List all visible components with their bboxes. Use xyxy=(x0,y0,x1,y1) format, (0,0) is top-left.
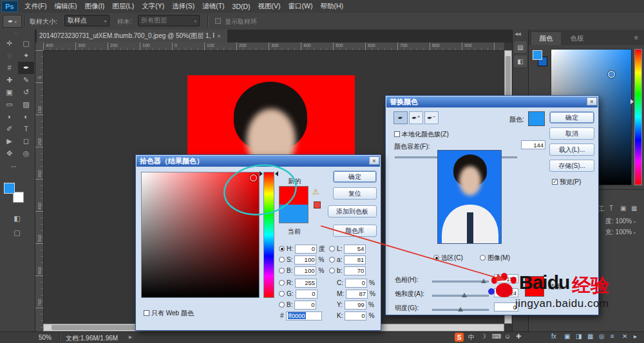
radio[interactable] xyxy=(433,255,439,261)
panel-square-icon[interactable]: ▣ xyxy=(564,333,570,340)
tab-swatches[interactable]: 色板 xyxy=(562,32,592,45)
panel-menu-icon[interactable]: ≡ xyxy=(634,34,638,41)
status-expand-icon[interactable]: ▶ xyxy=(129,335,132,340)
ok-button[interactable]: 确定 xyxy=(333,171,377,183)
dock-adjustments-icon[interactable]: ▤ xyxy=(514,41,527,53)
type-tool[interactable]: T xyxy=(18,123,34,135)
fill-field[interactable]: 充: 100% ▾ xyxy=(593,228,636,237)
panel-mini-icon-3[interactable]: ▣ xyxy=(620,205,626,212)
hue-strip-marker[interactable] xyxy=(630,99,634,104)
dodge-tool[interactable]: ◐ xyxy=(18,111,34,123)
checkbox[interactable] xyxy=(144,310,149,316)
edit-toolbar-icon[interactable]: ••• xyxy=(11,163,16,169)
yellow-field[interactable]: Y: 99 % xyxy=(337,300,374,310)
menu-help[interactable]: 帮助(H) xyxy=(317,0,348,13)
black-field[interactable]: K: 0 % xyxy=(337,311,374,320)
gradient-tool[interactable]: ▨ xyxy=(18,98,34,111)
load-button[interactable]: 载入(L)... xyxy=(549,144,594,156)
keyboard-icon[interactable]: ⌨ xyxy=(492,333,501,340)
panel-mini-icon-4[interactable]: ▦ xyxy=(631,205,637,212)
lab-b-field[interactable]: b: 70 xyxy=(329,266,366,275)
eyedropper-tool[interactable]: ✒ xyxy=(18,62,34,74)
checkbox[interactable]: ✓ xyxy=(552,179,558,185)
web-colors-only-checkbox[interactable]: 只有 Web 颜色 xyxy=(144,308,194,318)
close-icon[interactable]: × xyxy=(587,97,597,106)
saturation-slider-thumb[interactable] xyxy=(462,293,467,297)
selection-radio[interactable]: 选区(C) xyxy=(433,253,463,263)
lightness-slider-thumb[interactable] xyxy=(458,307,463,311)
hand-tool[interactable]: ✥ xyxy=(1,147,17,160)
menu-edit[interactable]: 编辑(E) xyxy=(50,0,80,13)
magenta-field[interactable]: M: 87 % xyxy=(337,289,375,299)
radio[interactable] xyxy=(480,255,486,261)
zoom-tool[interactable]: ◎ xyxy=(18,147,34,160)
checkbox[interactable] xyxy=(394,131,400,137)
color-cursor-ring[interactable] xyxy=(250,174,257,181)
image-radio[interactable]: 图像(M) xyxy=(480,253,510,263)
healing-brush-tool[interactable]: ✚ xyxy=(1,74,17,86)
color-panel-hue-strip[interactable] xyxy=(634,49,642,185)
dialog-title-bar[interactable]: 拾色器（结果颜色） xyxy=(137,156,380,167)
marquee-tool[interactable]: ▢ xyxy=(18,37,34,50)
lightness-input[interactable]: 0 xyxy=(494,302,518,311)
menu-select[interactable]: 选择(S) xyxy=(168,0,198,13)
menu-layer[interactable]: 图层(L) xyxy=(108,0,138,13)
dock-styles-icon[interactable]: ◧ xyxy=(514,55,527,67)
opacity-field[interactable]: 度: 100% ▾ xyxy=(593,217,636,226)
fx-icon[interactable]: fx xyxy=(551,333,556,340)
ok-button[interactable]: 确定 xyxy=(549,111,594,124)
lasso-tool[interactable]: ◌ xyxy=(1,50,17,62)
shape-tool[interactable]: ◻ xyxy=(18,135,34,147)
radio[interactable] xyxy=(329,246,335,252)
close-icon[interactable]: × xyxy=(369,156,379,165)
show-sampling-ring-checkbox[interactable] xyxy=(215,18,221,24)
panel-close-icon[interactable]: ✕ xyxy=(622,333,627,340)
menu-type[interactable]: 文字(Y) xyxy=(138,0,168,13)
color-cursor-ring[interactable] xyxy=(608,71,615,78)
localized-clusters-checkbox[interactable]: 本地化颜色簇(Z) xyxy=(394,129,449,139)
hex-value-selected[interactable]: ff0000 xyxy=(288,312,306,319)
smiley-icon[interactable]: ☺ xyxy=(504,333,511,340)
radio[interactable] xyxy=(279,246,285,252)
gamut-warning-icon[interactable]: ⚠ xyxy=(312,187,319,196)
hue-slider-left-marker[interactable] xyxy=(260,171,263,176)
sogou-icon[interactable]: S xyxy=(455,333,464,342)
saturation-field[interactable]: S: 100 % xyxy=(279,255,324,264)
save-button[interactable]: 存储(S)... xyxy=(549,160,594,172)
screen-mode-icon[interactable]: ▢ xyxy=(9,227,25,239)
green-field[interactable]: G: 0 xyxy=(279,289,317,299)
eyedropper-sample-icon[interactable]: ✒ xyxy=(393,111,408,124)
add-to-swatches-button[interactable]: 添加到色板 xyxy=(328,205,377,218)
menu-window[interactable]: 窗口(W) xyxy=(285,0,317,13)
eyedropper-subtract-icon[interactable]: ✒⁻ xyxy=(424,111,439,124)
panel-grid-icon[interactable]: ▦ xyxy=(587,333,593,340)
move-tool[interactable]: ✛ xyxy=(1,37,17,50)
quick-mask-icon[interactable]: ◧ xyxy=(9,212,25,225)
blur-tool[interactable]: ◗ xyxy=(1,111,17,123)
saturation-slider[interactable] xyxy=(432,295,489,297)
preview-checkbox[interactable]: ✓ 预览(P) xyxy=(552,177,581,187)
radio[interactable] xyxy=(279,268,285,273)
radio[interactable] xyxy=(329,257,335,263)
plus-icon[interactable]: ✚ xyxy=(516,333,521,340)
clone-stamp-tool[interactable]: ▣ xyxy=(1,86,17,98)
result-color-swatch[interactable] xyxy=(525,276,544,297)
hue-field[interactable]: H: 0 度 xyxy=(279,244,325,254)
zoom-level[interactable]: 50% xyxy=(39,334,52,341)
lab-l-field[interactable]: L: 54 xyxy=(329,244,366,254)
current-color-swatch[interactable] xyxy=(279,205,308,223)
fuzziness-input[interactable]: 144 xyxy=(521,140,545,149)
panel-expand-icon[interactable]: ▸ xyxy=(634,333,637,340)
hue-input[interactable]: +157 xyxy=(494,274,518,283)
brightness-field[interactable]: B: 100 % xyxy=(279,266,324,275)
sample-size-dropdown[interactable]: 取样点 ▾ xyxy=(64,15,109,26)
radio[interactable] xyxy=(279,257,285,263)
selection-preview[interactable] xyxy=(437,150,502,244)
path-selection-tool[interactable]: ▶ xyxy=(1,135,17,147)
pen-tool[interactable]: ✐ xyxy=(1,123,17,135)
cancel-button[interactable]: 取消 xyxy=(549,127,594,140)
lab-a-field[interactable]: a: 81 xyxy=(329,255,366,264)
eraser-tool[interactable]: ▭ xyxy=(1,98,17,111)
quick-selection-tool[interactable]: ✦ xyxy=(18,50,34,62)
radio[interactable] xyxy=(279,291,285,297)
